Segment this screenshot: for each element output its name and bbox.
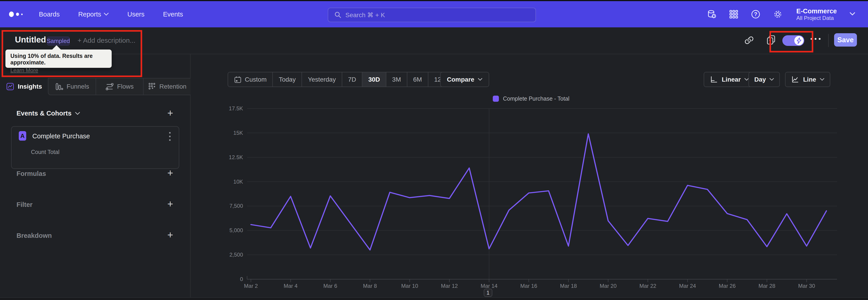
x-axis-label: Mar 20: [600, 283, 617, 289]
search-input[interactable]: Search ⌘ + K: [328, 8, 536, 22]
chevron-down-icon: [104, 13, 109, 16]
x-axis-label: Mar 24: [679, 283, 696, 289]
data-management-icon[interactable]: [707, 9, 717, 19]
breakdown-section-label: Breakdown: [17, 232, 52, 239]
x-axis-label: Mar 22: [640, 283, 656, 289]
granularity-label: Day: [754, 76, 766, 83]
scale-label: Linear: [722, 76, 741, 83]
range-3m[interactable]: 3M: [386, 72, 407, 87]
chevron-down-icon: [820, 78, 825, 81]
copy-link-icon[interactable]: [744, 35, 754, 46]
mixpanel-logo-icon[interactable]: [9, 11, 23, 17]
y-axis-label: 15K: [233, 130, 243, 136]
add-to-board-icon[interactable]: [766, 35, 777, 47]
nav-label: Events: [163, 11, 183, 18]
range-30d[interactable]: 30D: [362, 72, 386, 87]
line-chart[interactable]: 02,5005,0007,50010K12.5K15K17.5KMar 2Mar…: [191, 99, 868, 300]
chevron-down-icon: [770, 78, 774, 81]
nav-item-reports[interactable]: Reports: [78, 11, 109, 18]
events-cohorts-label: Events & Cohorts: [17, 110, 71, 117]
nav-item-events[interactable]: Events: [163, 11, 183, 18]
series-complete-purchase-line: [251, 134, 827, 250]
y-axis-label: 12.5K: [229, 154, 243, 160]
filter-section-label: Filter: [17, 201, 33, 208]
event-letter-badge: A: [19, 131, 26, 141]
tab-funnels[interactable]: Funnels: [48, 78, 96, 95]
line-chart-icon: [791, 75, 800, 84]
add-breakdown-button[interactable]: +: [165, 230, 175, 240]
nav-item-boards[interactable]: Boards: [39, 11, 60, 18]
settings-gear-icon[interactable]: [773, 9, 783, 19]
tab-label: Retention: [159, 83, 186, 90]
add-formula-button[interactable]: +: [165, 169, 175, 178]
chevron-down-icon[interactable]: [849, 12, 855, 17]
event-metric[interactable]: Count Total: [31, 149, 59, 155]
range-yesterday[interactable]: Yesterday: [302, 72, 342, 87]
search-placeholder: Search ⌘ + K: [345, 11, 385, 19]
svg-text:?: ?: [754, 11, 757, 17]
page-1-button[interactable]: 1: [484, 289, 492, 297]
sampling-tooltip: Using 10% of data. Results are approxima…: [5, 50, 112, 68]
chart-type-dropdown[interactable]: Line: [785, 72, 830, 87]
events-cohorts-header[interactable]: Events & Cohorts: [17, 110, 80, 117]
top-nav: Boards Reports Users Events Search ⌘ + K: [0, 1, 868, 27]
x-axis-label: Mar 14: [480, 283, 498, 289]
calendar-icon: [234, 76, 242, 83]
project-name: E-Commerce: [796, 7, 837, 15]
x-axis-label: Mar 4: [284, 283, 298, 289]
tab-insights[interactable]: Insights: [0, 78, 48, 95]
search-icon: [334, 11, 342, 19]
tab-retention[interactable]: Retention: [144, 78, 191, 95]
granularity-dropdown[interactable]: Day: [748, 72, 780, 87]
apps-grid-icon[interactable]: [729, 9, 739, 19]
x-axis-label: Mar 28: [758, 283, 775, 289]
save-button[interactable]: Save: [834, 33, 857, 47]
formulas-section-label: Formulas: [17, 170, 46, 177]
sampling-toggle[interactable]: [782, 35, 804, 46]
event-card[interactable]: A Complete Purchase Count Total: [11, 126, 179, 169]
help-icon[interactable]: ?: [751, 9, 761, 19]
nav-item-users[interactable]: Users: [127, 11, 145, 18]
project-scope: All Project Data: [796, 15, 837, 21]
learn-more-link[interactable]: Learn More: [10, 67, 38, 73]
chart-type-label: Line: [803, 76, 816, 83]
tooltip-text: Using 10% of data. Results are approxima…: [10, 53, 112, 66]
report-type-tabs: Insights Funnels Flows: [0, 78, 191, 95]
tab-label: Funnels: [67, 83, 89, 90]
funnels-icon: [55, 82, 64, 91]
insights-icon: [6, 82, 14, 91]
project-selector[interactable]: E-Commerce All Project Data: [796, 7, 837, 21]
compare-label: Compare: [447, 76, 474, 83]
nav-label: Users: [127, 11, 145, 18]
add-event-button[interactable]: +: [165, 109, 175, 118]
nav-menu: Boards Reports Users Events: [39, 11, 183, 18]
x-axis-label: Mar 16: [520, 283, 537, 289]
nav-right-cluster: ? E-Commerce All Project Data: [707, 1, 868, 27]
x-axis-label: Mar 10: [401, 283, 418, 289]
x-axis-label: Mar 2: [244, 283, 258, 289]
report-title[interactable]: Untitled: [15, 35, 46, 44]
add-filter-button[interactable]: +: [165, 200, 175, 209]
range-custom[interactable]: Custom: [228, 72, 273, 87]
tab-flows[interactable]: Flows: [96, 78, 144, 95]
sampled-badge[interactable]: Sampled: [47, 37, 70, 46]
footer-strip: [0, 297, 868, 300]
add-description-button[interactable]: + Add description...: [78, 37, 135, 44]
nav-label: Reports: [78, 11, 101, 18]
event-options-kebab-icon[interactable]: [169, 132, 170, 141]
date-range-segmented-control: CustomTodayYesterday7D30D3M6M12M: [228, 72, 453, 87]
event-name[interactable]: Complete Purchase: [32, 132, 90, 140]
tab-label: Insights: [18, 83, 42, 90]
scale-dropdown[interactable]: Linear: [704, 72, 755, 87]
more-options-button[interactable]: [811, 38, 820, 40]
compare-button[interactable]: Compare: [440, 72, 489, 87]
y-axis-label: 0: [240, 276, 243, 282]
divider: [828, 34, 829, 47]
range-7d[interactable]: 7D: [342, 72, 363, 87]
x-axis-label: Mar 8: [363, 283, 377, 289]
range-6m[interactable]: 6M: [407, 72, 428, 87]
chevron-down-icon: [75, 112, 80, 115]
y-axis-label: 7,500: [229, 203, 243, 209]
chevron-down-icon: [478, 78, 483, 81]
range-today[interactable]: Today: [273, 72, 302, 87]
